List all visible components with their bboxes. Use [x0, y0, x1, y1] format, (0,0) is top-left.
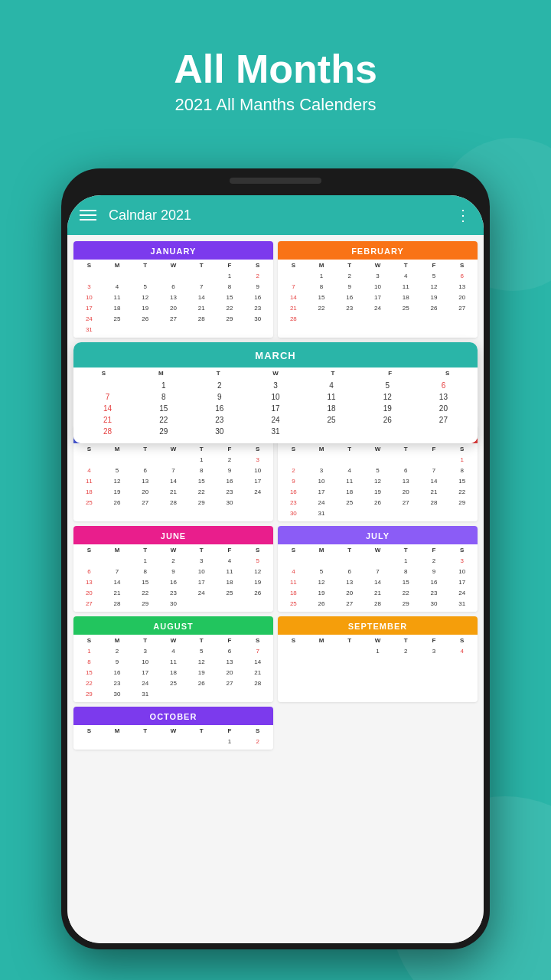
more-options-icon[interactable]: ⋮	[455, 206, 471, 224]
march-header: MARCH	[73, 342, 478, 368]
calendar-february: FEBRUARY SMTWTFS 123456 78910111213 1415…	[278, 241, 478, 338]
calendar-august: AUGUST SMTWTFS 1234567 891011121314 1516…	[73, 616, 273, 702]
phone-notch	[230, 178, 321, 184]
page-title: All Months	[0, 46, 551, 92]
february-body: 123456 78910111213 14151617181920 212223…	[278, 270, 478, 338]
page-header: All Months 2021 All Manths Calenders	[0, 46, 551, 115]
march-days-header: SMTWTFS	[73, 368, 478, 378]
october-days-header: SMTWTFS	[73, 725, 273, 736]
june-header: JUNE	[73, 526, 273, 544]
june-body: 12345 6789101112 13141516171819 20212223…	[73, 555, 273, 612]
february-days-header: SMTWTFS	[278, 260, 478, 270]
calendar-grid: JANUARY SMTWTFS 12 3456789 1011121314151…	[73, 241, 478, 750]
september-header: SEPTEMBER	[278, 616, 478, 635]
calendar-june: JUNE SMTWTFS 12345 6789101112 1314151617…	[73, 526, 273, 612]
phone-frame: Calndar 2021 ⋮ JANUARY SMTWTFS 12 345678…	[61, 168, 490, 949]
may-body: 1 2345678 9101112131415 16171819202122 2…	[278, 454, 478, 521]
august-days-header: SMTWTFS	[73, 635, 273, 645]
october-body: 12	[73, 736, 273, 750]
january-header: JANUARY	[73, 241, 273, 260]
march-body: 123456 78910111213 14151617181920 212223…	[73, 378, 478, 443]
september-body: 1234	[278, 645, 478, 659]
phone-screen: Calndar 2021 ⋮ JANUARY SMTWTFS 12 345678…	[67, 195, 484, 943]
january-days-header: SMTWTFS	[73, 260, 273, 270]
calendar-september: SEPTEMBER SMTWTFS 1234	[278, 616, 478, 702]
september-days-header: SMTWTFS	[278, 635, 478, 645]
july-body: 123 45678910 11121314151617 181920212223…	[278, 555, 478, 612]
august-header: AUGUST	[73, 616, 273, 635]
february-header: FEBRUARY	[278, 241, 478, 260]
app-bar: Calndar 2021 ⋮	[67, 195, 484, 235]
scroll-content[interactable]: JANUARY SMTWTFS 12 3456789 1011121314151…	[67, 235, 484, 943]
calendar-october: OCTOBER SMTWTFS 12	[73, 707, 273, 750]
april-body: 123 45678910 11121314151617 181920212223…	[73, 454, 273, 511]
july-header: JULY	[278, 526, 478, 544]
august-body: 1234567 891011121314 15161718192021 2223…	[73, 645, 273, 702]
january-body: 12 3456789 10111213141516 17181920212223…	[73, 270, 273, 338]
hamburger-icon[interactable]	[80, 210, 96, 220]
calendar-march: MARCH SMTWTFS 123456 78910111213 1415161…	[73, 342, 478, 443]
june-days-header: SMTWTFS	[73, 544, 273, 555]
october-header: OCTOBER	[73, 707, 273, 725]
calendar-july: JULY SMTWTFS 123 45678910 11121314151617…	[278, 526, 478, 612]
page-subtitle: 2021 All Manths Calenders	[0, 95, 551, 115]
july-days-header: SMTWTFS	[278, 544, 478, 555]
may-days-header: SMTWTFS	[278, 443, 478, 454]
april-days-header: SMTWTFS	[73, 443, 273, 454]
app-bar-title: Calndar 2021	[109, 207, 455, 224]
calendar-january: JANUARY SMTWTFS 12 3456789 1011121314151…	[73, 241, 273, 338]
